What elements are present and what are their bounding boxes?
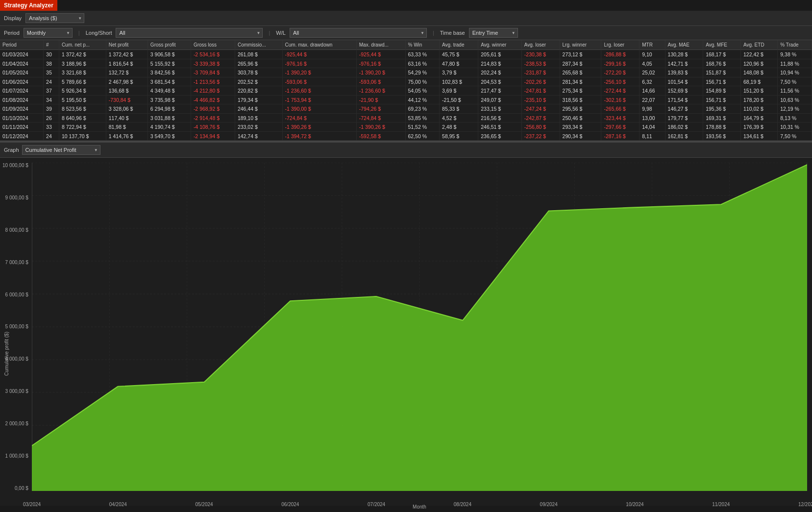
- table-cell: 8 523,56 $: [59, 104, 106, 114]
- app-header: Strategy Analyzer: [0, 0, 812, 11]
- time-base-select-wrapper[interactable]: Entry Time Exit Time: [469, 28, 518, 38]
- table-cell: 3,79 $: [440, 68, 478, 77]
- table-cell: -21,50 $: [440, 95, 478, 104]
- table-cell: 156,71 $: [703, 95, 741, 104]
- table-header-3[interactable]: Net profit: [106, 40, 148, 50]
- table-cell: 1 816,54 $: [106, 59, 148, 68]
- table-cell: -237,22 $: [521, 131, 560, 141]
- table-cell: 146,27 $: [665, 104, 703, 114]
- chart-svg: [32, 163, 807, 491]
- table-header-13[interactable]: Lrg. winner: [560, 40, 601, 50]
- table-cell: -247,24 $: [521, 104, 560, 114]
- table-header-19[interactable]: % Trade: [778, 40, 812, 50]
- table-header-11[interactable]: Avg. winner: [478, 40, 522, 50]
- y-axis-label-1: 9 000,00 $: [5, 195, 28, 200]
- table-header: Period#Cum. net p...Net profitGross prof…: [0, 40, 812, 50]
- wl-select[interactable]: All Winner Loser: [290, 28, 427, 38]
- table-cell: 34: [44, 95, 59, 104]
- table-header-8[interactable]: Max. drawd...: [356, 40, 405, 50]
- table-header-15[interactable]: MTR: [640, 40, 665, 50]
- table-header-12[interactable]: Avg. loser: [521, 40, 560, 50]
- x-axis-label-8: 11/2024: [712, 502, 730, 507]
- table-cell: 202,52 $: [235, 77, 282, 86]
- table-header-0[interactable]: Period: [0, 40, 44, 50]
- table-cell: 204,53 $: [478, 77, 522, 86]
- table-cell: 142,71 $: [665, 59, 703, 68]
- table-header-4[interactable]: Gross profit: [148, 40, 191, 50]
- table-cell: -256,10 $: [601, 77, 640, 86]
- table-cell: 195,36 $: [703, 104, 741, 114]
- table-cell: -272,20 $: [601, 68, 640, 77]
- table-cell: 14,66: [640, 86, 665, 96]
- table-cell: -3 709,84 $: [191, 68, 235, 77]
- y-axis-label-0: 10 000,00 $: [2, 163, 28, 168]
- table-cell: -299,16 $: [601, 59, 640, 68]
- time-base-select[interactable]: Entry Time Exit Time: [469, 28, 518, 38]
- display-select-wrapper[interactable]: Analysis ($) Analysis (%) Trades: [25, 13, 84, 23]
- table-header-16[interactable]: Avg. MAE: [665, 40, 703, 50]
- table-cell: 171,54 $: [665, 95, 703, 104]
- table-cell: -2 134,94 $: [191, 131, 235, 141]
- table-cell: 51,52 %: [405, 122, 440, 132]
- table-cell: 8 722,94 $: [59, 122, 106, 132]
- table-cell: 11,88 %: [778, 59, 812, 68]
- table-cell: 75,00 %: [405, 77, 440, 86]
- table-cell: 168,17 $: [703, 50, 741, 59]
- table-cell: -302,16 $: [601, 95, 640, 104]
- table-cell: 216,56 $: [478, 113, 522, 122]
- y-axis-label-8: 2 000,00 $: [5, 421, 28, 426]
- long-short-select-wrapper[interactable]: All Long Short: [116, 28, 263, 38]
- table-cell: -297,66 $: [601, 122, 640, 132]
- table-cell: -1 394,72 $: [282, 131, 356, 141]
- table-cell: -21,90 $: [356, 95, 405, 104]
- table-cell: 4,52 $: [440, 113, 478, 122]
- table-header-14[interactable]: Lrg. loser: [601, 40, 640, 50]
- table-cell: 265,68 $: [560, 68, 601, 77]
- table-cell: -730,84 $: [106, 95, 148, 104]
- table-header-10[interactable]: Avg. trade: [440, 40, 478, 50]
- table-cell: 132,72 $: [106, 68, 148, 77]
- table-cell: 5 155,92 $: [148, 59, 191, 68]
- table-cell: 1 414,76 $: [106, 131, 148, 141]
- y-axis-label-2: 8 000,00 $: [5, 227, 28, 233]
- table-header-2[interactable]: Cum. net p...: [59, 40, 106, 50]
- table-cell: -1 753,94 $: [282, 95, 356, 104]
- table-header-5[interactable]: Gross loss: [191, 40, 235, 50]
- y-axis-label-5: 5 000,00 $: [5, 324, 28, 329]
- table-header-9[interactable]: % Win: [405, 40, 440, 50]
- table-header-17[interactable]: Avg. MFE: [703, 40, 741, 50]
- x-axis-label-9: 12/2024: [798, 502, 812, 507]
- y-axis-label-10: 0,00 $: [15, 486, 28, 491]
- graph-type-select-wrapper[interactable]: Cumulative Net Profit Net Profit Drawdow…: [22, 145, 100, 155]
- table-cell: 236,65 $: [478, 131, 522, 141]
- table-cell: -3 339,38 $: [191, 59, 235, 68]
- chart-container: Cumulative profit ($) 10 000,00 $9 000,0…: [0, 158, 812, 506]
- table-cell: 250,46 $: [560, 113, 601, 122]
- period-select-wrapper[interactable]: Monthly Weekly Daily: [24, 28, 73, 38]
- table-header-1[interactable]: #: [44, 40, 59, 50]
- table-cell: 3 188,96 $: [59, 59, 106, 68]
- wl-select-wrapper[interactable]: All Winner Loser: [290, 28, 427, 38]
- table-cell: 189,10 $: [235, 113, 282, 122]
- y-axis: 10 000,00 $9 000,00 $8 000,00 $7 000,00 …: [2, 163, 28, 491]
- period-select[interactable]: Monthly Weekly Daily: [24, 28, 73, 38]
- table-cell: 293,34 $: [560, 122, 601, 132]
- long-short-label: Long/Short: [86, 30, 112, 36]
- table-cell: -242,87 $: [521, 113, 560, 122]
- table-header-7[interactable]: Cum. max. drawdown: [282, 40, 356, 50]
- table-cell: 33: [44, 122, 59, 132]
- table-cell: 130,28 $: [665, 50, 703, 59]
- table-header-6[interactable]: Commissio...: [235, 40, 282, 50]
- table-cell: -976,16 $: [356, 59, 405, 68]
- table-cell: -925,44 $: [282, 50, 356, 59]
- period-label: Period: [4, 30, 20, 36]
- display-select[interactable]: Analysis ($) Analysis (%) Trades: [25, 13, 84, 23]
- table-cell: 246,51 $: [478, 122, 522, 132]
- table-cell: 6 294,98 $: [148, 104, 191, 114]
- table-cell: 01/11/2024: [0, 122, 44, 132]
- graph-type-select[interactable]: Cumulative Net Profit Net Profit Drawdow…: [22, 145, 100, 155]
- long-short-select[interactable]: All Long Short: [116, 28, 263, 38]
- table-cell: 9,98: [640, 104, 665, 114]
- table-cell: 3 549,70 $: [148, 131, 191, 141]
- table-header-18[interactable]: Avg. ETD: [741, 40, 778, 50]
